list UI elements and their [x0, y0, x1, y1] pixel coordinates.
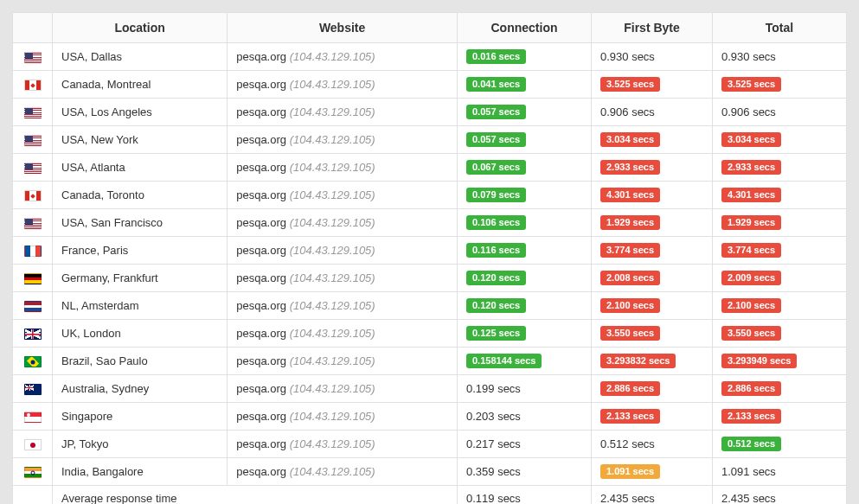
table-row: India, Bangalorepesqa.org (104.43.129.10…	[13, 458, 847, 486]
website-ip: (104.43.129.105)	[290, 50, 375, 63]
table-row: USA, New Yorkpesqa.org (104.43.129.105)0…	[13, 126, 847, 154]
flag-us-icon	[24, 52, 42, 63]
table-row: Germany, Frankfurtpesqa.org (104.43.129.…	[13, 265, 847, 292]
connection-cell: 0.016 secs	[458, 43, 592, 71]
website-cell: pesqa.org (104.43.129.105)	[228, 320, 458, 348]
first-byte-cell: 3.550 secs	[592, 320, 713, 348]
website-cell: pesqa.org (104.43.129.105)	[228, 403, 458, 431]
total-cell: 3.550 secs	[713, 320, 847, 348]
website-domain: pesqa.org	[236, 327, 286, 340]
first-byte-cell: 1.091 secs	[592, 458, 713, 486]
website-cell: pesqa.org (104.43.129.105)	[228, 43, 458, 71]
website-domain: pesqa.org	[236, 437, 286, 450]
website-domain: pesqa.org	[236, 465, 286, 478]
total-badge: 1.929 secs	[721, 215, 781, 230]
header-total: Total	[713, 13, 847, 43]
website-domain: pesqa.org	[236, 133, 286, 146]
website-cell: pesqa.org (104.43.129.105)	[228, 292, 458, 320]
total-cell: 2.886 secs	[713, 375, 847, 403]
website-ip: (104.43.129.105)	[290, 327, 375, 340]
connection-cell: 0.067 secs	[458, 154, 592, 182]
first-byte-value: 0.906 secs	[600, 105, 655, 118]
first-byte-badge: 1.091 secs	[600, 464, 660, 479]
website-domain: pesqa.org	[236, 271, 286, 284]
flag-ca-icon	[24, 80, 42, 91]
connection-badge: 0.116 secs	[466, 243, 526, 258]
connection-badge: 0.016 secs	[466, 49, 526, 64]
first-byte-badge: 2.100 secs	[600, 298, 660, 313]
website-ip: (104.43.129.105)	[290, 465, 375, 478]
first-byte-badge: 2.008 secs	[600, 271, 660, 285]
flag-ca-icon	[24, 190, 42, 201]
total-cell: 0.512 secs	[713, 431, 847, 458]
website-cell: pesqa.org (104.43.129.105)	[228, 71, 458, 99]
total-badge: 3.525 secs	[721, 77, 781, 92]
connection-badge: 0.067 secs	[466, 160, 526, 175]
website-domain: pesqa.org	[236, 410, 286, 423]
total-cell: 3.525 secs	[713, 71, 847, 99]
website-ip: (104.43.129.105)	[290, 244, 375, 257]
table-row: Canada, Montrealpesqa.org (104.43.129.10…	[13, 71, 847, 99]
first-byte-cell: 0.906 secs	[592, 99, 713, 126]
website-ip: (104.43.129.105)	[290, 188, 375, 201]
connection-badge: 0.120 secs	[466, 271, 526, 285]
header-website: Website	[228, 13, 458, 43]
website-ip: (104.43.129.105)	[290, 133, 375, 146]
table-row: Brazil, Sao Paulopesqa.org (104.43.129.1…	[13, 348, 847, 375]
total-value: 0.906 secs	[721, 105, 776, 118]
location-cell: Germany, Frankfurt	[53, 265, 228, 292]
total-badge: 0.512 secs	[721, 437, 781, 451]
total-badge: 2.009 secs	[721, 271, 781, 285]
connection-cell: 0.079 secs	[458, 182, 592, 209]
total-cell: 1.091 secs	[713, 458, 847, 486]
connection-badge: 0.158144 secs	[466, 354, 542, 368]
website-cell: pesqa.org (104.43.129.105)	[228, 431, 458, 458]
average-total: 2.435 secs	[713, 486, 847, 505]
flag-jp-icon	[24, 439, 42, 450]
total-value: 1.091 secs	[721, 465, 776, 478]
connection-badge: 0.041 secs	[466, 77, 526, 92]
location-cell: Australia, Sydney	[53, 375, 228, 403]
total-badge: 2.100 secs	[721, 298, 781, 313]
table-row: France, Parispesqa.org (104.43.129.105)0…	[13, 237, 847, 265]
first-byte-cell: 2.933 secs	[592, 154, 713, 182]
location-cell: USA, New York	[53, 126, 228, 154]
first-byte-cell: 0.930 secs	[592, 43, 713, 71]
connection-badge: 0.125 secs	[466, 326, 526, 341]
first-byte-cell: 0.512 secs	[592, 431, 713, 458]
website-cell: pesqa.org (104.43.129.105)	[228, 126, 458, 154]
website-domain: pesqa.org	[236, 382, 286, 395]
website-cell: pesqa.org (104.43.129.105)	[228, 348, 458, 375]
first-byte-cell: 3.034 secs	[592, 126, 713, 154]
website-cell: pesqa.org (104.43.129.105)	[228, 182, 458, 209]
first-byte-badge: 3.550 secs	[600, 326, 660, 341]
average-row: Average response time 0.119 secs 2.435 s…	[13, 486, 847, 505]
first-byte-value: 0.512 secs	[600, 437, 655, 450]
website-ip: (104.43.129.105)	[290, 161, 375, 174]
location-cell: USA, San Francisco	[53, 209, 228, 237]
location-cell: France, Paris	[53, 237, 228, 265]
location-cell: USA, Los Angeles	[53, 99, 228, 126]
table-row: Australia, Sydneypesqa.org (104.43.129.1…	[13, 375, 847, 403]
first-byte-badge: 1.929 secs	[600, 215, 660, 230]
website-ip: (104.43.129.105)	[290, 271, 375, 284]
first-byte-badge: 2.886 secs	[600, 381, 660, 396]
location-cell: Brazil, Sao Paulo	[53, 348, 228, 375]
connection-badge: 0.120 secs	[466, 298, 526, 313]
website-domain: pesqa.org	[236, 216, 286, 229]
first-byte-cell: 3.525 secs	[592, 71, 713, 99]
first-byte-badge: 3.774 secs	[600, 243, 660, 258]
website-cell: pesqa.org (104.43.129.105)	[228, 237, 458, 265]
connection-cell: 0.217 secs	[458, 431, 592, 458]
first-byte-cell: 3.774 secs	[592, 237, 713, 265]
website-domain: pesqa.org	[236, 78, 286, 91]
table-row: USA, Los Angelespesqa.org (104.43.129.10…	[13, 99, 847, 126]
website-domain: pesqa.org	[236, 50, 286, 63]
average-first-byte: 2.435 secs	[592, 486, 713, 505]
first-byte-badge: 2.133 secs	[600, 409, 660, 424]
total-badge: 3.293949 secs	[721, 354, 797, 368]
location-cell: Singapore	[53, 403, 228, 431]
website-cell: pesqa.org (104.43.129.105)	[228, 458, 458, 486]
connection-cell: 0.199 secs	[458, 375, 592, 403]
website-domain: pesqa.org	[236, 188, 286, 201]
